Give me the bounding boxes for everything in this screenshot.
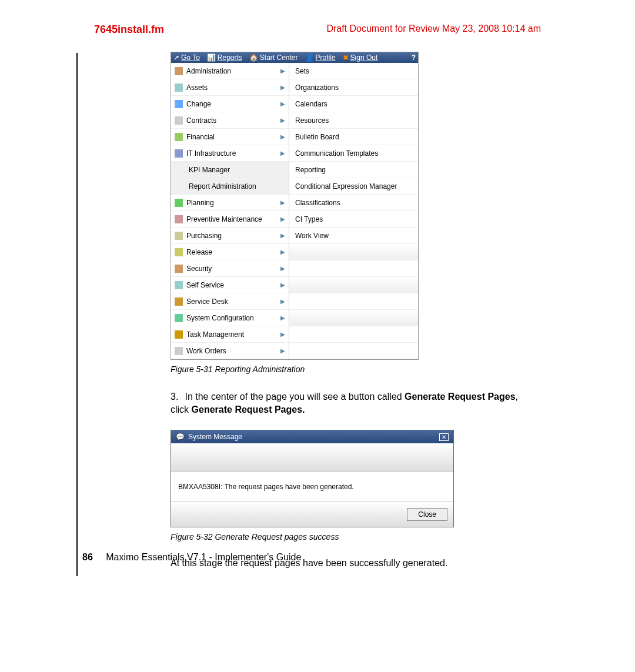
page-number: 86 xyxy=(82,552,93,562)
draft-notice: Draft Document for Review May 23, 2008 1… xyxy=(326,24,541,34)
profile-menu[interactable]: 👤 Profile xyxy=(305,54,336,62)
message-icon: 💬 xyxy=(176,433,185,441)
menu-preventive-maintenance[interactable]: Preventive Maintenance▶ xyxy=(171,211,289,228)
dialog-title-text: System Message xyxy=(188,433,242,441)
page: 7645install.fm Draft Document for Review… xyxy=(0,0,635,592)
menu-contracts[interactable]: Contracts▶ xyxy=(171,112,289,129)
menu-system-configuration[interactable]: System Configuration▶ xyxy=(171,310,289,326)
step-bold-1: Generate Request Pages xyxy=(405,392,516,402)
dialog-footer: Close xyxy=(171,502,453,527)
signout-menu[interactable]: ✖ Sign Out xyxy=(343,54,378,62)
submenu-kpi-manager[interactable]: KPI Manager xyxy=(171,162,289,178)
dialog-header-area xyxy=(171,443,453,472)
menu-planning[interactable]: Planning▶ xyxy=(171,195,289,211)
step-bold-2: Generate Request Pages. xyxy=(192,404,305,414)
empty-row xyxy=(289,326,418,343)
figure-5-32-dialog: 💬System Message ✕ BMXAA5308I: The reques… xyxy=(171,430,454,527)
empty-row xyxy=(289,277,418,293)
empty-row xyxy=(289,260,418,277)
content: ↗ Go To 📊 Reports 🏠 Start Center 👤 Profi… xyxy=(171,52,529,569)
reports-menu[interactable]: 📊 Reports xyxy=(207,54,242,62)
empty-row xyxy=(289,343,418,359)
menu-assets[interactable]: Assets▶ xyxy=(171,79,289,96)
dialog-close-icon[interactable]: ✕ xyxy=(439,433,449,441)
menu-classifications[interactable]: Classifications xyxy=(289,195,418,211)
step-text-1: In the center of the page you will see a… xyxy=(185,392,405,402)
left-menu-column: Administration▶ Assets▶ Change▶ Contract… xyxy=(171,63,289,359)
start-center-menu[interactable]: 🏠 Start Center xyxy=(249,54,298,62)
figure-5-31-screenshot: ↗ Go To 📊 Reports 🏠 Start Center 👤 Profi… xyxy=(171,52,419,360)
menu-bulletin-board[interactable]: Bulletin Board xyxy=(289,129,418,145)
menu-communication-templates[interactable]: Communication Templates xyxy=(289,145,418,162)
menu-work-orders[interactable]: Work Orders▶ xyxy=(171,343,289,359)
figure-5-31-caption: Figure 5-31 Reporting Administration xyxy=(171,365,529,374)
menu-purchasing[interactable]: Purchasing▶ xyxy=(171,228,289,244)
menu-calendars[interactable]: Calendars xyxy=(289,96,418,112)
step-number: 3. xyxy=(171,390,182,403)
menu-ci-types[interactable]: CI Types xyxy=(289,211,418,228)
dialog-message: BMXAA5308I: The request pages have been … xyxy=(171,472,453,502)
filename: 7645install.fm xyxy=(94,24,164,36)
menu-organizations[interactable]: Organizations xyxy=(289,79,418,96)
goto-menu[interactable]: ↗ Go To xyxy=(173,54,200,62)
menu-service-desk[interactable]: Service Desk▶ xyxy=(171,293,289,310)
app-menubar: ↗ Go To 📊 Reports 🏠 Start Center 👤 Profi… xyxy=(171,52,418,63)
book-title: Maximo Essentials V7.1 - Implementer's G… xyxy=(106,552,301,562)
submenu-report-administration[interactable]: Report Administration xyxy=(171,178,289,195)
menu-release[interactable]: Release▶ xyxy=(171,244,289,260)
menu-work-view[interactable]: Work View xyxy=(289,228,418,244)
menu-task-management[interactable]: Task Management▶ xyxy=(171,326,289,343)
menu-security[interactable]: Security▶ xyxy=(171,260,289,277)
empty-row xyxy=(289,244,418,260)
help-icon[interactable]: ? xyxy=(412,54,416,62)
dialog-titlebar: 💬System Message ✕ xyxy=(171,430,453,443)
menu-sets[interactable]: Sets xyxy=(289,63,418,79)
header: 7645install.fm Draft Document for Review… xyxy=(35,24,600,34)
menu-resources[interactable]: Resources xyxy=(289,112,418,129)
empty-row xyxy=(289,293,418,310)
menu-administration[interactable]: Administration▶ xyxy=(171,63,289,79)
empty-row xyxy=(289,310,418,326)
menu-self-service[interactable]: Self Service▶ xyxy=(171,277,289,293)
figure-5-32-caption: Figure 5-32 Generate Request pages succe… xyxy=(171,532,529,541)
margin-rule xyxy=(76,53,78,576)
menu-financial[interactable]: Financial▶ xyxy=(171,129,289,145)
page-footer: 86 Maximo Essentials V7.1 - Implementer'… xyxy=(82,552,301,563)
menu-reporting[interactable]: Reporting xyxy=(289,162,418,178)
menu-change[interactable]: Change▶ xyxy=(171,96,289,112)
right-menu-column: Sets Organizations Calendars Resources B… xyxy=(289,63,418,359)
close-button[interactable]: Close xyxy=(407,508,447,521)
step-3: 3. In the center of the page you will se… xyxy=(171,390,529,416)
menu-conditional-expression-manager[interactable]: Conditional Expression Manager xyxy=(289,178,418,195)
menu-it-infrastructure[interactable]: IT Infrastructure▶ xyxy=(171,145,289,162)
